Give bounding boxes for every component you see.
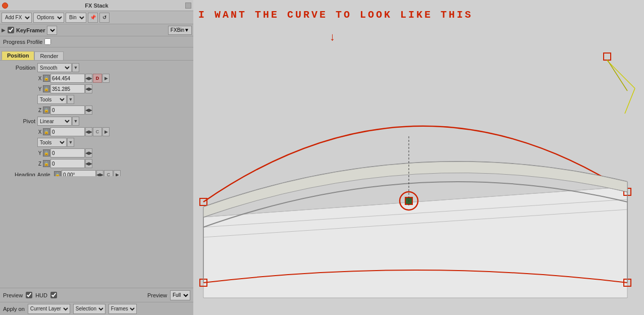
- position-section: Position Smooth Linear ▼ X 🔒 644.454 ◀▶ …: [1, 63, 192, 115]
- position-y-input[interactable]: 351.285: [50, 84, 85, 93]
- pivot-x-label: X: [37, 129, 42, 135]
- add-fx-dropdown[interactable]: Add FX: [2, 13, 32, 23]
- preview-mode-label: Preview: [147, 292, 167, 298]
- heading-angle-label: Angle: [37, 172, 53, 177]
- progress-profile-label: Progress Profile: [3, 39, 42, 45]
- pivot-tools-arrow[interactable]: ▼: [67, 138, 74, 147]
- pivot-z-arrow[interactable]: ◀▶: [85, 159, 92, 168]
- expand-button[interactable]: [185, 3, 191, 9]
- window-title: FX Stack: [85, 3, 108, 9]
- heading-c-button[interactable]: C: [104, 170, 113, 176]
- d-button[interactable]: D: [93, 74, 102, 83]
- pivot-interpolation-row: Linear Smooth ▼: [37, 116, 192, 126]
- position-label: Position: [1, 63, 37, 73]
- toolbar-row: Add FX Options Bin 📌 ↺: [0, 11, 193, 24]
- pivot-x-arrow[interactable]: ◀▶: [85, 127, 92, 136]
- pin-icon[interactable]: 📌: [88, 13, 98, 23]
- keyframer-checkbox[interactable]: [8, 27, 14, 33]
- position-x-input[interactable]: 644.454: [50, 74, 85, 83]
- canvas-svg: [193, 0, 644, 315]
- preview-bar: Preview HUD Preview Full Half: [0, 288, 193, 302]
- keyframer-row: ▶ KeyFramer FXBin▼: [0, 24, 193, 36]
- svg-line-14: [607, 60, 627, 91]
- pivot-x-lock[interactable]: 🔒: [43, 128, 50, 135]
- bin-dropdown[interactable]: Bin: [66, 13, 86, 23]
- z-axis-label: Z: [37, 108, 42, 113]
- position-tools-arrow[interactable]: ▼: [67, 95, 74, 104]
- position-z-arrow[interactable]: ◀▶: [85, 106, 92, 115]
- progress-profile-row: Progress Profile: [0, 36, 193, 47]
- pivot-interp-arrow[interactable]: ▼: [72, 117, 79, 126]
- pivot-controls: Linear Smooth ▼ X 🔒 0 ◀▶ C ▶: [37, 116, 192, 169]
- pivot-y-arrow[interactable]: ◀▶: [85, 148, 92, 158]
- preview-checkbox[interactable]: [26, 292, 32, 298]
- keyframer-label: KeyFramer: [16, 27, 45, 33]
- pivot-y-label: Y: [37, 150, 42, 156]
- frames-select[interactable]: Frames: [109, 304, 137, 314]
- svg-line-9: [607, 61, 635, 88]
- title-bar: FX Stack: [0, 0, 193, 11]
- tab-position[interactable]: Position: [2, 51, 34, 60]
- position-controls: Smooth Linear ▼ X 🔒 644.454 ◀▶ D ▶ Y: [37, 63, 192, 115]
- position-interp-arrow[interactable]: ▼: [72, 63, 79, 72]
- pivot-y-row: Y 🔒 0 ◀▶: [37, 148, 192, 158]
- options-dropdown[interactable]: Options: [33, 13, 64, 23]
- pivot-z-lock[interactable]: 🔒: [43, 160, 50, 167]
- pivot-z-input[interactable]: 0: [50, 159, 85, 168]
- svg-rect-5: [604, 53, 611, 60]
- position-z-row: Z 🔒 0 ◀▶: [37, 105, 192, 115]
- pivot-z-label: Z: [37, 161, 42, 167]
- close-button[interactable]: [2, 3, 8, 9]
- apply-bar: Apply on Current Layer Selection Frames: [0, 302, 193, 315]
- main-content: Position Smooth Linear ▼ X 🔒 644.454 ◀▶ …: [0, 61, 193, 176]
- position-y-row: Y 🔒 351.285 ◀▶: [37, 84, 192, 94]
- fxbin-button[interactable]: FXBin▼: [168, 26, 192, 35]
- pivot-tools-select[interactable]: Tools: [37, 138, 67, 147]
- position-z-input[interactable]: 0: [50, 106, 85, 115]
- heading-c-right-arrow[interactable]: ▶: [114, 170, 121, 176]
- refresh-icon[interactable]: ↺: [99, 13, 110, 23]
- pivot-y-lock[interactable]: 🔒: [43, 149, 50, 156]
- pivot-c-button[interactable]: C: [93, 127, 102, 136]
- pivot-z-row: Z 🔒 0 ◀▶: [37, 159, 192, 169]
- selection-select[interactable]: Selection: [73, 304, 105, 314]
- position-tools-select[interactable]: Tools: [37, 95, 67, 104]
- y-axis-label: Y: [37, 86, 42, 92]
- preview-mode-select[interactable]: Full Half: [170, 290, 190, 300]
- canvas-panel: I WANT THE CURVE TO LOOK LIKE THIS ↓: [193, 0, 644, 315]
- position-tools-row: Tools ▼: [37, 94, 192, 104]
- pivot-x-row: X 🔒 0 ◀▶ C ▶: [37, 127, 192, 137]
- position-x-right-arrow[interactable]: ▶: [102, 74, 110, 83]
- apply-on-label: Apply on: [3, 306, 25, 312]
- heading-angle-input[interactable]: 0.00°: [62, 170, 96, 176]
- pivot-interpolation-select[interactable]: Linear Smooth: [37, 117, 72, 126]
- progress-profile-checkbox[interactable]: [44, 38, 51, 45]
- position-y-arrow[interactable]: ◀▶: [85, 84, 92, 93]
- x-lock-icon[interactable]: 🔒: [43, 75, 50, 82]
- keyframer-arrow[interactable]: ▶: [2, 27, 6, 33]
- y-lock-icon[interactable]: 🔒: [43, 85, 50, 92]
- svg-line-10: [625, 88, 635, 114]
- heading-angle-lock[interactable]: 🔒: [54, 171, 61, 176]
- pivot-tools-row: Tools ▼: [37, 137, 192, 147]
- hud-label: HUD: [35, 292, 47, 298]
- position-interpolation-select[interactable]: Smooth Linear: [37, 63, 72, 72]
- pivot-label: Pivot: [1, 116, 37, 126]
- position-x-row: X 🔒 644.454 ◀▶ D ▶: [37, 73, 192, 83]
- heading-angle-arrow[interactable]: ◀▶: [96, 170, 103, 176]
- tab-render[interactable]: Render: [34, 51, 64, 60]
- position-interpolation-row: Smooth Linear ▼: [37, 63, 192, 73]
- position-x-arrow[interactable]: ◀▶: [85, 74, 92, 83]
- keyframer-dropdown[interactable]: [47, 26, 57, 35]
- current-layer-select[interactable]: Current Layer: [28, 304, 70, 314]
- heading-controls: Angle 🔒 0.00° ◀▶ C ▶ Rotation 0 ◀▶: [37, 170, 121, 176]
- z-lock-icon[interactable]: 🔒: [43, 107, 50, 114]
- pivot-x-right-arrow[interactable]: ▶: [102, 127, 110, 136]
- heading-angle-row: Angle 🔒 0.00° ◀▶ C ▶: [37, 170, 121, 176]
- pivot-y-input[interactable]: 0: [50, 148, 85, 158]
- hud-checkbox[interactable]: [50, 292, 57, 298]
- preview-label: Preview: [3, 292, 23, 298]
- pivot-x-input[interactable]: 0: [50, 127, 85, 136]
- fx-stack-panel: FX Stack Add FX Options Bin 📌 ↺ ▶ KeyFra…: [0, 0, 193, 315]
- heading-section: Heading Align Angle 🔒 0.00° ◀▶ C ▶ Rotat…: [1, 170, 192, 176]
